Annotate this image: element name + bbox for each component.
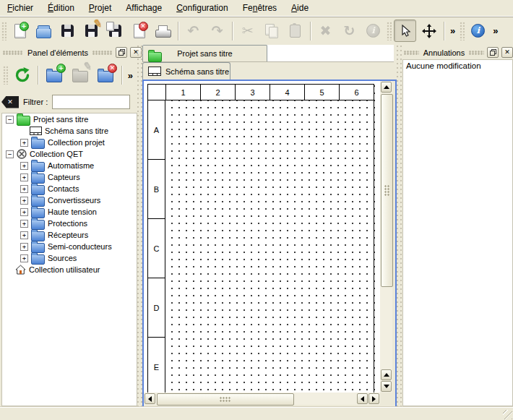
tree-expander-icon[interactable]: − [6,116,14,124]
toolbar-handle[interactable] [1,22,7,40]
tree-item-label: Récepteurs [48,231,88,239]
blue-folder-icon [31,197,45,207]
tree-item-automatisme[interactable]: +Automatisme [2,160,137,171]
tree-item-protections[interactable]: +Protections [2,218,137,229]
menu-configuration[interactable]: Configuration [169,1,236,15]
scroll-left-button[interactable] [145,393,155,404]
save-as-icon: ✎ [82,22,101,40]
tree-item-recepteurs[interactable]: +Récepteurs [2,229,137,241]
tree-item-label: Convertisseurs [48,196,100,205]
tree-expander-icon[interactable]: − [6,150,14,158]
tree-expander-icon[interactable]: + [20,243,28,251]
tree-expander-icon[interactable]: + [20,139,28,147]
menu-projet[interactable]: Projet [82,1,118,15]
scroll-up-button[interactable] [381,82,392,93]
diagram-canvas[interactable]: 123456ABCDE [144,81,380,393]
tree-item-collection-qet[interactable]: −Collection QET [2,148,137,160]
resize-grip[interactable] [503,410,512,419]
tree-item-capteurs[interactable]: +Capteurs [2,171,137,183]
diagram-toolbar-overflow[interactable]: » [490,20,501,42]
tree-expander-icon[interactable]: + [20,197,28,205]
column-header-3: 3 [235,85,270,100]
blue-folder-icon [31,173,45,184]
delete-category-button[interactable]: ✕ [93,63,117,87]
tree-item-semi-conducteurs[interactable]: +Semi-conducteurs [2,241,137,252]
scroll-up-button-2[interactable] [381,369,392,380]
menu-fenetres[interactable]: Fenêtres [236,1,284,15]
copy-button [260,20,283,42]
new-document-button[interactable]: + [9,20,31,42]
float-undo-panel-button[interactable] [487,47,499,58]
close-file-button[interactable]: ✕ [128,20,150,42]
save-all-button[interactable] [104,20,126,42]
info-gray-icon: i [364,22,383,40]
menu-aide[interactable]: Aide [284,1,316,15]
move-mode-button[interactable] [418,20,440,42]
save-button[interactable] [56,20,79,42]
menu-fichier[interactable]: Fichier [0,1,40,15]
edit-category-button: ✎ [68,63,92,87]
tree-expander-icon[interactable]: + [20,208,28,216]
row-header-B: B [148,160,165,219]
tree-expander-icon[interactable]: + [20,254,28,262]
elements-panel-title: Panel d'éléments [26,48,90,57]
tree-expander-icon[interactable]: + [20,220,28,228]
clear-filter-button[interactable]: ✕ [1,96,19,108]
row-header-D: D [148,278,165,338]
tree-item-label: Protections [48,219,87,228]
tree-expander-icon[interactable]: + [20,231,28,239]
vertical-scrollbar[interactable] [380,81,392,393]
filter-input[interactable] [52,95,130,109]
blue-folder-icon [31,220,45,230]
toolbar-separator [444,22,444,40]
tree-item-contacts[interactable]: +Contacts [2,183,137,194]
tree-item-haute-tension[interactable]: +Haute tension [2,206,137,218]
right-splitter[interactable] [395,45,402,406]
blue-folder-icon [31,208,45,218]
selection-toolbar-overflow[interactable]: » [447,20,458,42]
scroll-left-button-2[interactable] [357,393,368,404]
tree-expander-icon[interactable]: + [20,173,28,181]
new-category-button[interactable]: + [42,63,66,87]
panel-toolbar-overflow[interactable]: » [125,64,136,86]
diagram-information-button[interactable]: i [467,20,489,42]
elements-panel-toolbar: +✎✕» [1,61,136,90]
toolbar-handle[interactable] [460,22,465,40]
select-mode-button[interactable] [394,20,416,42]
tab-projet-sans-titre[interactable]: Projet sans titre [142,45,267,61]
reload-collections-button[interactable] [10,63,34,87]
print-button[interactable] [152,20,174,42]
scroll-right-button[interactable] [368,393,379,404]
titlebar-texture [92,51,113,55]
cut-icon: ✂ [238,22,257,40]
tree-item-convertisseurs[interactable]: +Convertisseurs [2,194,137,206]
left-splitter[interactable] [135,45,142,406]
sheet-row-area [165,338,374,393]
menu-affichage[interactable]: Affichage [118,1,169,15]
toolbar-handle[interactable] [3,66,8,85]
vertical-scrollbar-thumb[interactable] [381,94,393,287]
arrow-left-icon [361,396,364,402]
tree-item-collection-projet[interactable]: +Collection projet [2,137,137,148]
menu-edition[interactable]: Édition [40,1,82,15]
float-panel-button[interactable] [116,47,127,58]
scroll-down-button[interactable] [381,381,392,392]
open-project-button[interactable] [33,20,55,42]
column-header-1: 1 [165,85,200,100]
tree-item-schema-sans-titre[interactable]: Schéma sans titre [2,125,137,137]
tab-schema-sans-titre[interactable]: Schéma sans titre [142,62,230,80]
tree-item-label: Schéma sans titre [45,127,108,135]
sheet-row-area [165,100,374,160]
tree-expander-icon[interactable]: + [20,162,28,170]
tree-item-sources[interactable]: +Sources [2,252,137,264]
tree-expander-icon[interactable]: + [20,185,28,193]
tree-item-projet-sans-titre[interactable]: −Projet sans titre [2,113,137,125]
titlebar-texture [3,51,23,55]
toolbar-handle[interactable] [387,22,392,40]
save-as-button[interactable]: ✎ [80,20,103,42]
close-undo-panel-button[interactable]: ✕ [501,47,513,58]
horizontal-scrollbar[interactable] [144,393,380,405]
horizontal-scrollbar-thumb[interactable] [157,393,294,406]
undo-list-item[interactable]: Aucune modification [403,60,512,72]
tree-item-collection-utilisateur[interactable]: Collection utilisateur [2,264,137,275]
